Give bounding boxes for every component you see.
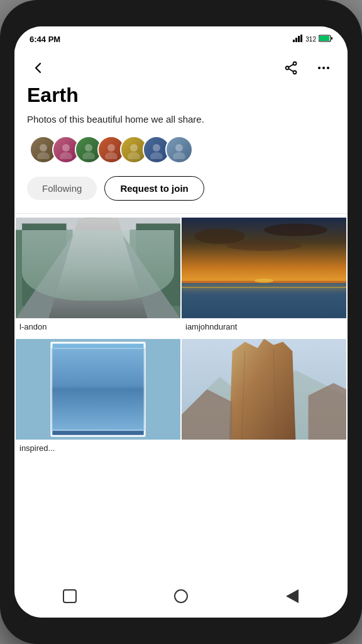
- post-author: [182, 440, 346, 450]
- bottom-navigation: [14, 577, 348, 618]
- svg-point-20: [82, 152, 95, 159]
- svg-point-26: [150, 152, 163, 159]
- svg-point-49: [84, 388, 112, 401]
- nav-circle-button[interactable]: [167, 585, 195, 608]
- svg-rect-1: [295, 38, 297, 42]
- svg-point-24: [128, 152, 140, 159]
- svg-point-18: [60, 152, 72, 159]
- svg-point-12: [318, 67, 321, 69]
- more-button[interactable]: [312, 57, 335, 79]
- post-image: [16, 218, 180, 318]
- post-item[interactable]: l-andon: [16, 218, 180, 338]
- data-speed: 312: [305, 36, 316, 43]
- nav-back-button[interactable]: [278, 585, 306, 608]
- community-title: Earth: [27, 84, 335, 106]
- svg-point-16: [37, 152, 50, 159]
- svg-point-9: [286, 67, 289, 70]
- svg-point-27: [175, 144, 183, 152]
- svg-line-11: [288, 69, 293, 72]
- svg-point-19: [85, 144, 92, 152]
- post-author: inspired...: [16, 440, 180, 459]
- share-button[interactable]: [280, 57, 302, 79]
- profile-section: Earth Photos of this beautiful home we a…: [14, 84, 348, 211]
- photo-grid: l-andon: [14, 216, 348, 460]
- back-button[interactable]: [27, 57, 50, 79]
- phone-notch: [124, 0, 238, 19]
- status-time: 6:44 PM: [30, 35, 60, 44]
- svg-rect-0: [293, 40, 295, 42]
- svg-rect-41: [182, 280, 346, 318]
- svg-point-28: [173, 152, 185, 159]
- svg-marker-35: [94, 218, 104, 318]
- phone-screen: 6:44 PM 312: [14, 26, 348, 618]
- svg-rect-3: [300, 35, 302, 42]
- post-item[interactable]: inspired...: [16, 339, 180, 459]
- triangle-icon: [286, 589, 299, 603]
- svg-point-14: [327, 67, 329, 69]
- request-to-join-button[interactable]: Request to join: [104, 176, 204, 201]
- member-avatar[interactable]: [165, 136, 193, 164]
- battery-icon: [319, 35, 332, 43]
- svg-marker-34: [16, 218, 180, 318]
- post-image: [182, 218, 346, 318]
- post-image: [16, 339, 180, 440]
- svg-point-8: [293, 71, 297, 74]
- header-actions: [280, 57, 335, 79]
- phone-shell: 6:44 PM 312: [0, 0, 362, 644]
- svg-rect-31: [22, 224, 67, 306]
- svg-point-25: [153, 144, 160, 152]
- svg-point-7: [293, 62, 297, 65]
- status-icons: 312: [293, 35, 332, 43]
- svg-point-40: [226, 241, 302, 251]
- community-description: Photos of this beautiful home we all sha…: [27, 113, 335, 126]
- svg-rect-47: [52, 344, 143, 435]
- svg-point-23: [130, 144, 138, 152]
- members-row: [27, 136, 335, 164]
- content-area: Earth Photos of this beautiful home we a…: [14, 49, 348, 577]
- svg-rect-45: [16, 339, 180, 440]
- road-scene: [16, 218, 180, 318]
- app-header: [14, 49, 348, 84]
- svg-marker-53: [229, 339, 296, 440]
- svg-point-21: [107, 144, 115, 152]
- svg-point-15: [40, 144, 47, 152]
- svg-rect-2: [298, 36, 300, 42]
- square-icon: [63, 589, 77, 603]
- sunset-scene: [182, 218, 346, 318]
- status-bar: 6:44 PM 312: [14, 26, 348, 49]
- divider: [14, 213, 348, 214]
- action-buttons: Following Request to join: [27, 176, 335, 201]
- svg-marker-43: [251, 280, 277, 318]
- post-image: [182, 339, 346, 440]
- svg-point-39: [264, 224, 327, 236]
- svg-point-13: [322, 67, 325, 69]
- svg-rect-6: [331, 37, 332, 40]
- svg-point-22: [105, 152, 118, 159]
- svg-point-50: [87, 396, 109, 403]
- svg-point-38: [194, 229, 245, 244]
- signal-icon: [293, 35, 303, 43]
- following-button[interactable]: Following: [27, 177, 97, 200]
- svg-point-17: [62, 144, 70, 152]
- svg-rect-48: [52, 394, 143, 435]
- svg-rect-5: [319, 36, 329, 41]
- post-author: l-andon: [16, 318, 180, 338]
- post-item[interactable]: iamjohndurant: [182, 218, 346, 338]
- lake-scene: [16, 339, 180, 440]
- circle-icon: [174, 589, 188, 603]
- post-item[interactable]: [182, 339, 346, 459]
- svg-line-10: [288, 64, 293, 67]
- mountain-scene: [182, 339, 346, 440]
- svg-rect-36: [89, 255, 107, 265]
- post-author: iamjohndurant: [182, 318, 346, 338]
- svg-rect-46: [50, 342, 145, 437]
- nav-square-button[interactable]: [56, 585, 84, 608]
